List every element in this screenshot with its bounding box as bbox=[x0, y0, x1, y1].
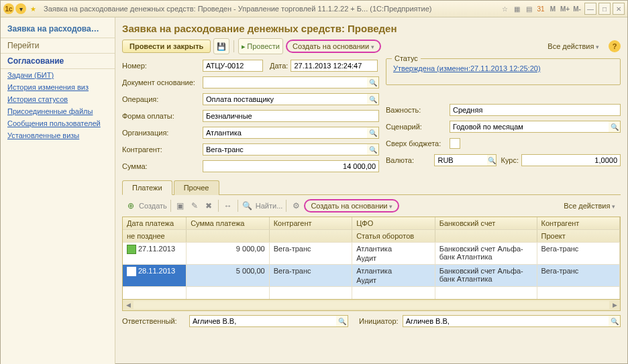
sidebar-nav[interactable]: Перейти bbox=[1, 38, 115, 54]
label-counter: Контрагент: bbox=[122, 145, 203, 154]
scroll-left-icon[interactable]: ◀ bbox=[123, 302, 134, 308]
mem-m[interactable]: M bbox=[547, 3, 558, 14]
th-date[interactable]: Дата платежа bbox=[123, 217, 187, 229]
table-row[interactable] bbox=[123, 286, 620, 299]
sidebar-link[interactable]: Сообщения пользователей bbox=[1, 117, 115, 129]
scroll-right-icon[interactable]: ▶ bbox=[609, 302, 620, 308]
star-icon[interactable]: ★ bbox=[28, 3, 38, 14]
table-all-actions[interactable]: Все действия bbox=[561, 200, 618, 211]
dropdown-icon[interactable]: ▾ bbox=[15, 3, 26, 14]
cell-counter: Вега-транс bbox=[270, 265, 353, 286]
lookup-icon[interactable]: 🔍 bbox=[336, 315, 348, 327]
calc-icon[interactable]: ▤ bbox=[523, 3, 534, 14]
th-proj[interactable]: Контрагент bbox=[537, 217, 621, 229]
operation-field[interactable] bbox=[203, 93, 368, 105]
maximize-button[interactable]: □ bbox=[598, 3, 611, 15]
post-icon[interactable]: ▸Провести bbox=[238, 38, 283, 54]
responsible-field[interactable] bbox=[189, 315, 337, 327]
close-button[interactable]: ✕ bbox=[613, 3, 625, 15]
edit-icon[interactable]: ✎ bbox=[189, 200, 201, 212]
copy-icon[interactable]: ▣ bbox=[174, 200, 187, 212]
sidebar-link[interactable]: Присоединенные файлы bbox=[1, 105, 115, 117]
separator bbox=[218, 200, 219, 212]
cell-bank: Банковский счет Альфа-банк Атлантика bbox=[435, 265, 537, 286]
sidebar-link[interactable]: Установленные визы bbox=[1, 129, 115, 141]
th-sum[interactable]: Сумма платежа bbox=[187, 217, 270, 229]
sidebar-title[interactable]: Заявка на расходова… bbox=[1, 21, 115, 38]
overbudget-checkbox[interactable] bbox=[450, 138, 460, 149]
label-payform: Форма оплаты: bbox=[122, 112, 203, 120]
th-bank[interactable]: Банковский счет bbox=[435, 217, 537, 229]
th-cfo[interactable]: ЦФО bbox=[352, 217, 435, 229]
number-field[interactable] bbox=[203, 60, 263, 72]
table-toolbar: ⊕ Создать ▣ ✎ ✖ ↔ 🔍 Найти... ⚙ Создать н… bbox=[122, 195, 621, 217]
minimize-button[interactable]: — bbox=[584, 3, 596, 15]
main-panel: Заявка на расходование денежных средств:… bbox=[115, 17, 627, 364]
org-field[interactable] bbox=[203, 127, 368, 139]
th-counter[interactable]: Контрагент bbox=[270, 217, 353, 229]
mem-mplus[interactable]: M+ bbox=[560, 3, 570, 14]
find-label[interactable]: Найти... bbox=[256, 202, 283, 210]
importance-field[interactable] bbox=[450, 104, 621, 116]
lookup-icon[interactable]: 🔍 bbox=[609, 315, 621, 327]
label-operation: Операция: bbox=[122, 95, 203, 103]
footer: Ответственный: 🔍 Инициатор: 🔍 bbox=[122, 315, 621, 327]
table-header: Дата платежа Сумма платежа Контрагент ЦФ… bbox=[123, 217, 620, 229]
sidebar-link[interactable]: История статусов bbox=[1, 93, 115, 105]
refresh-icon[interactable]: ⚙ bbox=[290, 200, 302, 212]
help-icon[interactable]: ? bbox=[609, 40, 621, 52]
lookup-icon[interactable]: 🔍 bbox=[367, 127, 379, 139]
lookup-icon[interactable]: 🔍 bbox=[367, 76, 379, 88]
cell-date: 28.11.2013 bbox=[138, 267, 175, 275]
move-icon[interactable]: ↔ bbox=[222, 200, 234, 212]
lookup-icon[interactable]: 🔍 bbox=[609, 121, 621, 133]
counter-field[interactable] bbox=[203, 143, 368, 156]
delete-icon[interactable]: ✖ bbox=[203, 200, 215, 212]
separator bbox=[238, 200, 238, 212]
fav-icon[interactable]: ☆ bbox=[499, 3, 510, 14]
rate-field[interactable] bbox=[521, 154, 621, 166]
date-field[interactable] bbox=[291, 60, 378, 72]
sidebar-link[interactable]: Задачи (БИТ) bbox=[1, 69, 115, 81]
save-icon[interactable]: 💾 bbox=[213, 38, 229, 54]
cell-date: 27.11.2013 bbox=[138, 245, 175, 253]
tab-payments[interactable]: Платежи bbox=[122, 180, 172, 195]
separator bbox=[170, 200, 171, 212]
tab-other[interactable]: Прочее bbox=[174, 180, 219, 195]
sidebar-active[interactable]: Согласование bbox=[1, 54, 115, 69]
payform-field[interactable] bbox=[203, 110, 379, 122]
initiator-field[interactable] bbox=[403, 315, 609, 327]
cell-sum: 9 000,00 bbox=[187, 243, 270, 264]
scroll-track[interactable] bbox=[134, 301, 609, 309]
table-row[interactable]: 27.11.2013 9 000,00 Вега-транс Атлантика… bbox=[123, 242, 620, 264]
add-icon[interactable]: ⊕ bbox=[125, 200, 137, 212]
search-icon[interactable]: 🔍 bbox=[242, 200, 254, 212]
label-rate: Курс: bbox=[501, 156, 519, 164]
currency-field[interactable] bbox=[434, 154, 488, 166]
separator bbox=[286, 200, 286, 212]
lookup-icon[interactable]: 🔍 bbox=[367, 93, 379, 105]
titlebar: 1c ▾ ★ Заявка на расходование денежных с… bbox=[1, 1, 627, 17]
status-link[interactable]: Утверждена (изменен:27.11.2013 12:25:20) bbox=[393, 64, 541, 72]
post-and-close-button[interactable]: Провести и закрыть bbox=[122, 40, 211, 53]
sidebar: Заявка на расходова… Перейти Согласовани… bbox=[1, 17, 115, 364]
lookup-icon[interactable]: 🔍 bbox=[487, 154, 496, 166]
tool-icon[interactable]: ▦ bbox=[511, 3, 522, 14]
mem-mminus[interactable]: M- bbox=[572, 3, 582, 14]
doc-icon bbox=[127, 245, 136, 254]
create-based-button[interactable]: Создать на основании bbox=[286, 40, 381, 53]
sum-field[interactable] bbox=[203, 160, 379, 172]
table-row[interactable]: 28.11.2013 5 000,00 Вега-транс Атлантика… bbox=[123, 264, 620, 286]
calendar-icon[interactable]: 31 bbox=[535, 3, 546, 14]
label-scenario: Сценарий: bbox=[386, 123, 450, 131]
cell-sum: 5 000,00 bbox=[187, 265, 270, 286]
create-based-table-button[interactable]: Создать на основании bbox=[304, 199, 399, 213]
sidebar-link[interactable]: История изменения виз bbox=[1, 81, 115, 93]
all-actions-button[interactable]: Все действия bbox=[545, 41, 602, 52]
scenario-field[interactable] bbox=[450, 121, 609, 133]
lookup-icon[interactable]: 🔍 bbox=[367, 143, 379, 156]
horizontal-scrollbar[interactable]: ◀ ▶ bbox=[122, 300, 621, 311]
basis-field[interactable] bbox=[203, 76, 368, 88]
create-label[interactable]: Создать bbox=[139, 202, 167, 210]
app-icon: 1c bbox=[3, 3, 14, 14]
